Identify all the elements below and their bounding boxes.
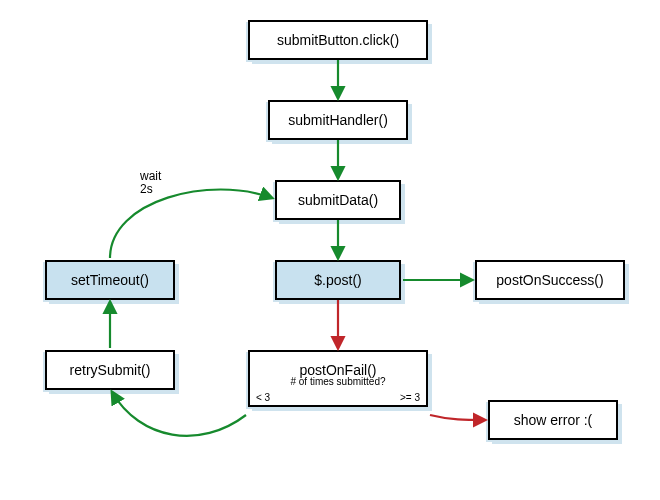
node-submit-data: submitData() (275, 180, 401, 220)
node-label: postOnSuccess() (477, 262, 623, 298)
node-post: $.post() (275, 260, 401, 300)
node-label: $.post() (277, 262, 399, 298)
node-label: retrySubmit() (47, 352, 173, 388)
flowchart-diagram: submitButton.click() submitHandler() sub… (0, 0, 660, 500)
node-label: submitButton.click() (250, 22, 426, 58)
node-label: setTimeout() (47, 262, 173, 298)
edge-fail-to-error (430, 415, 485, 420)
edge-label-wait2s: wait 2s (140, 170, 161, 196)
node-retry-submit: retrySubmit() (45, 350, 175, 390)
node-sublabel: # of times submitted? (250, 376, 426, 391)
edge-fail-to-retry (112, 392, 246, 436)
branch-left-label: < 3 (256, 392, 270, 403)
node-set-timeout: setTimeout() (45, 260, 175, 300)
node-label: submitHandler() (270, 102, 406, 138)
node-submit-handler: submitHandler() (268, 100, 408, 140)
edge-timeout-to-data (110, 190, 272, 258)
node-post-on-fail: postOnFail() # of times submitted? < 3 >… (248, 350, 428, 407)
node-submit-button-click: submitButton.click() (248, 20, 428, 60)
branch-right-label: >= 3 (400, 392, 420, 403)
node-label: show error :( (490, 402, 616, 438)
node-post-on-success: postOnSuccess() (475, 260, 625, 300)
node-label: submitData() (277, 182, 399, 218)
node-show-error: show error :( (488, 400, 618, 440)
